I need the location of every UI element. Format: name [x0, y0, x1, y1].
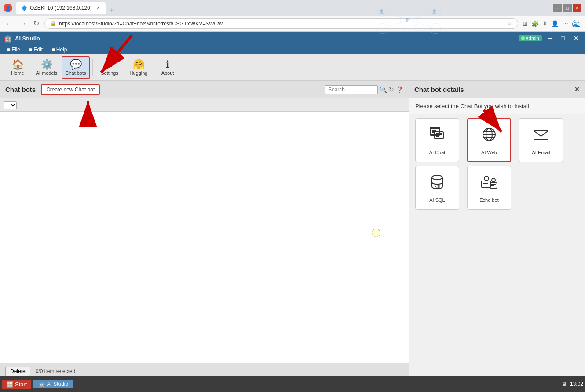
browser-tab-active[interactable]: 🔷 OZEKI 10 (192.168.0.126) ✕ — [16, 2, 106, 14]
bot-card-ai-web[interactable]: AI Web — [467, 118, 511, 162]
ai-studio-taskbar-button[interactable]: 🤖 AI Studio — [33, 380, 73, 388]
browser-title-bar: 👤 🔷 OZEKI 10 (192.168.0.126) ✕ + ─ □ ✕ — [0, 0, 585, 16]
taskbar-app-icon: 🤖 — [38, 381, 45, 387]
settings-button[interactable]: ⋯ — [561, 19, 569, 28]
selection-info: 0/0 item selected — [36, 368, 76, 374]
refresh-button[interactable]: ↻ — [32, 18, 41, 29]
bot-card-ai-chat[interactable]: AI Chat — [415, 118, 459, 162]
ai-chat-icon — [428, 126, 446, 147]
ai-email-icon — [532, 126, 550, 147]
echo-bot-icon — [480, 173, 498, 195]
toolbar-hugging-button[interactable]: 🤗 Hugging — [124, 56, 153, 79]
ai-web-icon — [480, 126, 498, 147]
bot-grid: AI Chat AI We — [409, 114, 585, 214]
profile-icon: 👤 — [4, 4, 12, 12]
taskbar-right: 🖥 13:02 — [561, 381, 583, 387]
online-indicator — [521, 36, 525, 40]
taskbar-app-label: AI Studio — [47, 381, 68, 387]
lock-icon: 🔒 — [50, 21, 56, 26]
home-icon: 🏠 — [12, 60, 24, 69]
extensions-button[interactable]: 🧩 — [530, 19, 540, 28]
ai-web-label: AI Web — [481, 150, 497, 155]
maximize-app-button[interactable]: □ — [559, 34, 567, 43]
toolbar-chat-bots-button[interactable]: 💬 Chat bots — [62, 56, 90, 79]
toolbar-about-button[interactable]: ℹ About — [154, 56, 182, 79]
ai-models-icon: ⚙️ — [41, 60, 53, 69]
menu-edit[interactable]: ■ Edit — [26, 46, 46, 54]
back-button[interactable]: ← — [4, 19, 14, 29]
svg-rect-26 — [534, 130, 548, 140]
minimize-button[interactable]: ─ — [553, 4, 562, 12]
start-button[interactable]: 🪟 Start — [2, 380, 31, 389]
app-window: 🤖 AI Studio 👤 👤 👤 — [0, 32, 585, 392]
minimize-app-button[interactable]: ─ — [545, 34, 555, 43]
chat-bots-panel: Chat bots Create new Chat bot 🔍 ↻ ❓ — [0, 81, 409, 379]
admin-badge: admin — [519, 35, 542, 41]
help-button[interactable]: ❓ — [396, 86, 403, 93]
admin-label: admin — [526, 36, 539, 41]
tab-groups-button[interactable]: ⊞ — [522, 19, 529, 28]
echo-bot-label: Echo bot — [479, 197, 498, 203]
filter-select[interactable] — [4, 101, 17, 109]
hugging-label: Hugging — [130, 70, 148, 76]
close-app-button[interactable]: ✕ — [571, 34, 581, 43]
taskbar: 🪟 Start 🤖 AI Studio 🖥 13:02 — [0, 376, 585, 392]
svg-point-27 — [432, 175, 442, 180]
search-button[interactable]: 🔍 — [380, 86, 387, 93]
address-box[interactable]: 🔒 https://localhost/Studio/?a=Chat+bots&… — [44, 18, 518, 29]
menu-help[interactable]: ■ Help — [48, 46, 70, 54]
ai-sql-label: AI SQL — [429, 197, 445, 203]
refresh-list-button[interactable]: ↻ — [389, 86, 394, 93]
svg-rect-30 — [481, 181, 491, 187]
details-header: Chat bot details ✕ — [409, 81, 585, 98]
svg-point-36 — [492, 178, 495, 182]
create-chat-bot-button[interactable]: Create new Chat bot — [41, 84, 100, 95]
ai-models-label: AI models — [36, 70, 58, 76]
filter-bar — [0, 98, 409, 112]
start-label: Start — [15, 381, 27, 388]
settings-icon: ⚙ — [105, 60, 114, 69]
browser-actions: ⊞ 🧩 ⬇ 👤 ⋯ 🌊 — [522, 18, 581, 29]
about-icon: ℹ — [166, 60, 169, 69]
user-button[interactable]: 👤 — [550, 19, 559, 28]
chat-bots-icon: 💬 — [70, 60, 82, 69]
forward-button[interactable]: → — [18, 19, 28, 29]
close-button[interactable]: ✕ — [573, 4, 581, 12]
new-tab-button[interactable]: + — [106, 6, 117, 14]
details-instruction: Please select the Chat Bot you wish to i… — [409, 98, 585, 114]
bot-card-ai-email[interactable]: AI Email — [519, 118, 563, 162]
app-title-left: 🤖 AI Studio — [4, 34, 40, 43]
toolbar-separator — [92, 59, 93, 76]
start-icon: 🪟 — [6, 381, 13, 388]
ai-sql-icon: SQL — [428, 173, 446, 195]
browser-address-bar: ← → ↻ 🔒 https://localhost/Studio/?a=Chat… — [0, 16, 585, 32]
toolbar-ai-models-button[interactable]: ⚙️ AI models — [33, 56, 61, 79]
title-bar-right: admin ─ □ ✕ — [519, 34, 581, 43]
chat-bots-label: Chat bots — [65, 70, 86, 76]
menu-file[interactable]: ■ File — [4, 46, 24, 54]
app-title: AI Studio — [15, 35, 40, 42]
window-controls: ─ □ ✕ — [553, 4, 581, 12]
toolbar: 🏠 Home ⚙️ AI models 💬 Chat bots ⚙ Settin… — [0, 54, 585, 81]
menu-bar: ■ File ■ Edit ■ Help — [0, 45, 585, 54]
toolbar-home-button[interactable]: 🏠 Home — [4, 56, 32, 79]
edge-icon[interactable]: 🌊 — [571, 18, 581, 29]
panel-header: Chat bots Create new Chat bot 🔍 ↻ ❓ — [0, 81, 409, 98]
downloads-button[interactable]: ⬇ — [541, 19, 548, 28]
main-area: Chat bots Create new Chat bot 🔍 ↻ ❓ — [0, 81, 585, 379]
toolbar-settings-button[interactable]: ⚙ Settings — [95, 56, 124, 79]
about-label: About — [161, 70, 174, 76]
delete-button[interactable]: Delete — [5, 367, 30, 376]
star-icon[interactable]: ☆ — [507, 20, 512, 27]
url-text: https://localhost/Studio/?a=Chat+bots&nc… — [59, 21, 505, 27]
tab-title: OZEKI 10 (192.168.0.126) — [30, 5, 92, 11]
tab-close-icon[interactable]: ✕ — [96, 5, 100, 11]
search-input[interactable] — [325, 85, 378, 94]
bot-card-echo-bot[interactable]: Echo bot — [467, 166, 511, 210]
clock: 13:02 — [570, 381, 583, 387]
bot-card-ai-sql[interactable]: SQL AI SQL — [415, 166, 459, 210]
maximize-button[interactable]: □ — [563, 4, 572, 12]
details-close-button[interactable]: ✕ — [574, 85, 580, 94]
hugging-icon: 🤗 — [133, 60, 145, 69]
search-area: 🔍 ↻ ❓ — [325, 85, 403, 94]
